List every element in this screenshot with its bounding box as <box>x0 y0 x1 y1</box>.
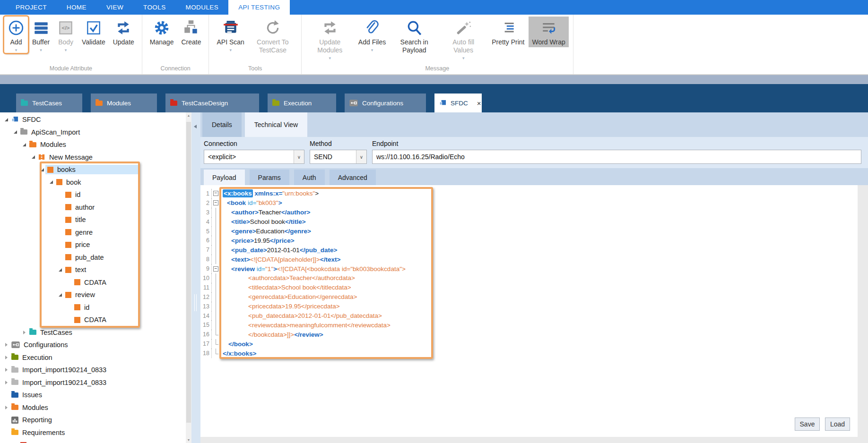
menu-tab-modules[interactable]: MODULES <box>176 0 229 15</box>
collapse-left-icon[interactable] <box>194 125 197 128</box>
dropdown-caret-icon[interactable]: ▾ <box>371 48 373 52</box>
tree-item-text[interactable]: text <box>0 264 186 276</box>
expand-arrow-icon[interactable] <box>3 406 9 409</box>
dropdown-caret-icon[interactable]: ▾ <box>40 48 42 52</box>
tree-item-item[interactable] <box>0 439 186 443</box>
expand-arrow-icon[interactable] <box>39 168 45 171</box>
tab-advanced[interactable]: Advanced <box>330 170 376 185</box>
code-line: 15<reviewcdata>meaningfulcomment</review… <box>200 320 868 330</box>
ribbon-button-create[interactable]: Create <box>178 17 204 47</box>
fold-marker-icon[interactable]: − <box>212 198 220 208</box>
editor-vertical-scrollbar[interactable] <box>858 185 868 443</box>
ribbon-button-manage[interactable]: Manage <box>147 17 177 47</box>
tree-item-price[interactable]: price <box>0 239 186 251</box>
expand-arrow-icon[interactable] <box>57 268 63 272</box>
tab-auth[interactable]: Auth <box>294 170 325 185</box>
ribbon-button-update[interactable]: Update <box>110 17 138 47</box>
doc-tab-execution[interactable]: Execution <box>268 94 336 112</box>
tree-item-genre[interactable]: genre <box>0 226 186 239</box>
expand-arrow-icon[interactable] <box>57 293 63 297</box>
save-button[interactable]: Save <box>795 417 820 431</box>
fold-marker-icon[interactable]: − <box>212 189 220 198</box>
tree-item-issues[interactable]: Issues <box>0 389 186 401</box>
scroll-up-icon[interactable]: ▲ <box>186 114 191 117</box>
ribbon-button-update-modules: Update Modules▾ <box>306 17 354 61</box>
doc-tab-testcasedesign[interactable]: TestCaseDesign <box>165 94 259 112</box>
tab-payload[interactable]: Payload <box>204 170 245 185</box>
ribbon-button-search-in-payload[interactable]: Search in Payload <box>390 17 438 55</box>
load-button[interactable]: Load <box>825 417 850 431</box>
ribbon-button-buffer[interactable]: Buffer▾ <box>29 17 53 53</box>
doc-tab-modules[interactable]: Modules <box>91 94 157 112</box>
close-icon[interactable]: × <box>472 99 481 107</box>
tree-item-execution[interactable]: Execution <box>0 351 186 364</box>
tree-item-apiscan-import[interactable]: ApiScan_Import <box>0 126 186 139</box>
doc-tab-configurations[interactable]: Configurations <box>345 94 426 112</box>
tree-item-configurations[interactable]: Configurations <box>0 339 186 351</box>
tree-item-review[interactable]: review <box>0 289 186 301</box>
menu-tab-project[interactable]: PROJECT <box>6 0 57 15</box>
editor-horizontal-scrollbar[interactable] <box>200 437 858 443</box>
ribbon-button-word-wrap[interactable]: Word Wrap <box>529 17 568 47</box>
ribbon-button-api-scan[interactable]: API Scan▾ <box>213 17 247 53</box>
line-number: 17 <box>200 339 212 349</box>
tree-item-author[interactable]: author <box>0 201 186 214</box>
tab-details[interactable]: Details <box>202 112 242 137</box>
menu-tab-tools[interactable]: TOOLS <box>133 0 176 15</box>
expand-arrow-icon[interactable] <box>12 130 18 134</box>
chevron-down-icon[interactable]: ∨ <box>294 150 304 163</box>
fold-marker-icon[interactable]: − <box>212 264 220 273</box>
tree-item-modules[interactable]: Modules <box>0 138 186 151</box>
scrollbar-thumb[interactable] <box>186 122 191 423</box>
tree-item-requirements[interactable]: Requirements <box>0 426 186 439</box>
expand-arrow-icon[interactable] <box>3 356 9 359</box>
scroll-down-icon[interactable]: ▼ <box>186 438 191 442</box>
expand-arrow-icon[interactable] <box>3 368 9 372</box>
connection-select[interactable]: <explicit> ∨ <box>204 150 304 164</box>
tree-item-id[interactable]: id <box>0 188 186 201</box>
tab-technical-view[interactable]: Technical View <box>245 112 307 137</box>
tree-item-pub-date[interactable]: pub_date <box>0 251 186 264</box>
tree-item-cdata[interactable]: CDATA <box>0 276 186 289</box>
ribbon-button-pretty-print[interactable]: Pretty Print <box>488 17 528 47</box>
ribbon-button-add-files[interactable]: Add Files▾ <box>355 17 389 53</box>
ribbon-button-add[interactable]: Add▾ <box>4 17 28 53</box>
tree-item-import-import190214-0833[interactable]: Import_import190214_0833 <box>0 364 186 376</box>
module-node-icon <box>65 217 71 223</box>
tree-item-modules[interactable]: Modules <box>0 401 186 414</box>
expand-arrow-icon[interactable] <box>3 343 9 347</box>
menu-tab-view[interactable]: VIEW <box>96 0 133 15</box>
doc-tab-sfdc[interactable]: SFDC× <box>434 94 482 112</box>
method-select[interactable]: SEND ∨ <box>310 150 367 164</box>
doc-tab-testcases[interactable]: TestCases <box>16 94 82 112</box>
tree-item-id[interactable]: id <box>0 301 186 314</box>
dropdown-caret-icon[interactable]: ▾ <box>15 48 17 52</box>
expand-arrow-icon[interactable] <box>21 331 27 334</box>
tree-scrollbar[interactable]: ▲ ▼ <box>186 112 191 443</box>
panel-splitter[interactable] <box>191 112 200 443</box>
tree-item-title[interactable]: title <box>0 213 186 226</box>
tree-item-sfdc[interactable]: SFDC <box>0 113 186 126</box>
tree-item-cdata[interactable]: CDATA <box>0 314 186 326</box>
ribbon-button-validate[interactable]: Validate <box>78 17 109 47</box>
menu-tab-api-testing[interactable]: API TESTING <box>228 0 290 15</box>
expand-arrow-icon[interactable] <box>48 180 54 184</box>
expand-arrow-icon[interactable] <box>3 118 9 121</box>
payload-editor[interactable]: 1−<x:books xmlns:x="urn:books">2−<book i… <box>200 185 868 443</box>
menu-tab-home[interactable]: HOME <box>57 0 96 15</box>
expand-arrow-icon[interactable] <box>30 155 36 159</box>
tree-item-new-message[interactable]: New Message <box>0 151 186 164</box>
tree-item-import-import190214-0833[interactable]: Import_import190214_0833 <box>0 376 186 389</box>
line-number: 3 <box>200 208 212 217</box>
chevron-down-icon[interactable]: ∨ <box>356 150 366 163</box>
tab-params[interactable]: Params <box>250 170 289 185</box>
tree-item-books[interactable]: books <box>0 163 186 176</box>
splitter-grip[interactable] <box>194 294 197 311</box>
expand-arrow-icon[interactable] <box>21 143 27 146</box>
tree-item-book[interactable]: book <box>0 176 186 189</box>
endpoint-input[interactable] <box>372 150 861 164</box>
tree-item-reporting[interactable]: Reporting <box>0 414 186 426</box>
dropdown-caret-icon[interactable]: ▾ <box>229 48 232 52</box>
tree-item-testcases[interactable]: TestCases <box>0 326 186 339</box>
expand-arrow-icon[interactable] <box>3 381 9 384</box>
